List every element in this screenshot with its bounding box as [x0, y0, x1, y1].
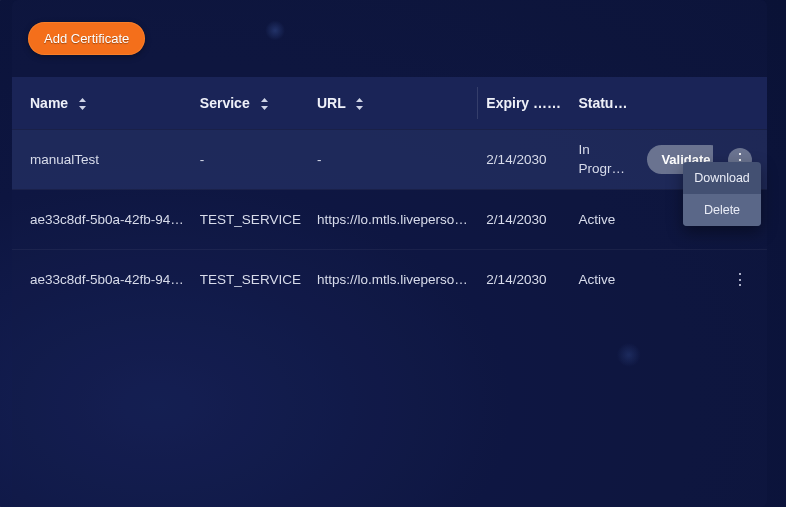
- column-header-url[interactable]: URL: [309, 77, 478, 130]
- cell-name: ae33c8df-5b0a-42fb-94…: [12, 190, 192, 250]
- cell-status: Active: [570, 250, 639, 310]
- column-header-expiry[interactable]: Expiry …: [478, 77, 570, 130]
- cell-name: ae33c8df-5b0a-42fb-94…: [12, 250, 192, 310]
- cell-expiry: 2/14/2030: [478, 130, 570, 190]
- cell-status: Active: [570, 190, 639, 250]
- cell-service: -: [192, 130, 309, 190]
- cell-service: TEST_SERVICE: [192, 250, 309, 310]
- cell-url: https://lo.mtls.liveperso…: [309, 250, 478, 310]
- cell-menu: ⋮ Download Delete: [713, 130, 767, 190]
- cell-status: In Progress: [570, 130, 639, 190]
- menu-item-delete[interactable]: Delete: [683, 194, 761, 226]
- certificates-table: Name Service URL: [12, 77, 767, 310]
- sort-desc-icon: [631, 100, 639, 108]
- menu-item-download[interactable]: Download: [683, 162, 761, 194]
- table-row[interactable]: ae33c8df-5b0a-42fb-94… TEST_SERVICE http…: [12, 250, 767, 310]
- table-row[interactable]: manualTest - - 2/14/2030 In Progress Val…: [12, 130, 767, 190]
- cell-service: TEST_SERVICE: [192, 190, 309, 250]
- column-header-menu: [713, 77, 767, 130]
- column-label: Name: [30, 95, 68, 111]
- toolbar: Add Certificate: [12, 0, 767, 77]
- sort-icon: [355, 98, 364, 110]
- cell-expiry: 2/14/2030: [478, 190, 570, 250]
- table-header-row: Name Service URL: [12, 77, 767, 130]
- column-header-service[interactable]: Service: [192, 77, 309, 130]
- sort-icon: [78, 98, 87, 110]
- column-header-action: [639, 77, 712, 130]
- row-menu-button[interactable]: ⋮: [728, 268, 752, 292]
- row-menu-dropdown: Download Delete: [683, 162, 761, 226]
- cell-menu: ⋮: [713, 250, 767, 310]
- table-row[interactable]: ae33c8df-5b0a-42fb-94… TEST_SERVICE http…: [12, 190, 767, 250]
- column-header-name[interactable]: Name: [12, 77, 192, 130]
- column-label: Service: [200, 95, 250, 111]
- cell-expiry: 2/14/2030: [478, 250, 570, 310]
- column-header-status[interactable]: Status: [570, 77, 639, 130]
- cell-name: manualTest: [12, 130, 192, 190]
- cell-url: -: [309, 130, 478, 190]
- column-label: URL: [317, 95, 346, 111]
- column-label: Expiry …: [486, 95, 561, 111]
- cell-url: https://lo.mtls.liveperso…: [309, 190, 478, 250]
- certificates-panel: Add Certificate Name Service: [12, 0, 767, 507]
- column-label: Status: [578, 95, 627, 111]
- cell-action: [639, 250, 712, 310]
- sort-icon: [260, 98, 269, 110]
- kebab-icon: ⋮: [732, 272, 748, 288]
- add-certificate-button[interactable]: Add Certificate: [28, 22, 145, 55]
